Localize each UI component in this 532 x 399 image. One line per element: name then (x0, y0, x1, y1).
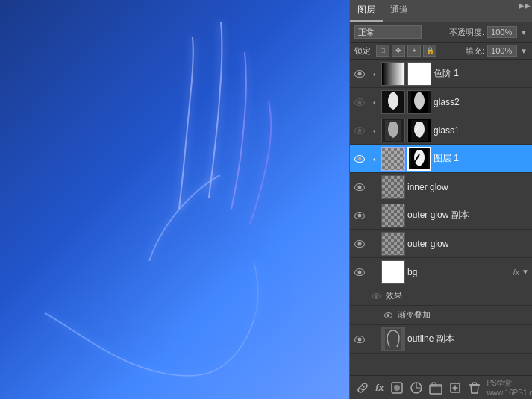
thumb-mask-glass1 (407, 119, 431, 142)
new-group-icon[interactable] (429, 380, 442, 396)
visibility-inner-glow[interactable] (353, 180, 366, 194)
lock-icons: □ ✥ + 🔒 (376, 45, 436, 57)
layer-name-outer-glow-copy: outer glow 副本 (407, 209, 529, 222)
blend-mode-select[interactable]: 正常 (354, 25, 422, 39)
thumb-outer-glow (381, 232, 405, 256)
opacity-label: 不透明度: (449, 27, 484, 38)
thumb-bg (381, 260, 405, 284)
layer-item-layer1[interactable]: ⬧ 图层 1 (350, 145, 532, 173)
thumb-mask-layer1 (407, 147, 431, 171)
opacity-arrow[interactable]: ▼ (520, 28, 528, 37)
visibility-glass2[interactable] (353, 95, 366, 109)
opacity-input[interactable] (487, 26, 517, 38)
watermark: PS学堂 www.16PS1.com (487, 378, 532, 397)
layer-item-glass1[interactable]: ⬧ glass1 (350, 116, 532, 145)
layer-item-outline-copy[interactable]: outline 副本 (350, 325, 532, 354)
layer-name-outline-copy: outline 副本 (407, 333, 529, 345)
thumb-layer1 (381, 147, 405, 171)
eye-icon-outer-glow-copy (354, 212, 365, 219)
layer-name-layer1: 图层 1 (434, 152, 529, 165)
layer-item-levels[interactable]: ⬧ 色阶 1 (350, 60, 532, 88)
mode-opacity-row: 正常 不透明度: ▼ (350, 22, 532, 43)
layer-item-glass2[interactable]: ⬧ glass2 (350, 88, 532, 116)
eye-icon-levels (354, 70, 365, 78)
eye-icon-glass2 (354, 98, 365, 106)
link-layers-icon[interactable] (356, 380, 369, 396)
add-fx-icon[interactable]: fx (375, 380, 384, 396)
layer-item-outer-glow[interactable]: outer glow (350, 230, 532, 258)
link-layer1[interactable]: ⬧ (369, 152, 379, 166)
visibility-outer-glow[interactable] (353, 237, 366, 251)
bottom-bar: fx (350, 375, 532, 399)
layer-name-inner-glow: inner glow (407, 182, 529, 192)
eye-icon-outer-glow (354, 240, 365, 248)
visibility-bg[interactable] (353, 266, 366, 279)
lock-pixels-btn[interactable]: ✥ (392, 45, 405, 57)
eye-icon-outline-copy (354, 336, 365, 343)
eye-icon-inner-glow (354, 183, 365, 191)
visibility-outline-copy[interactable] (353, 333, 366, 346)
lock-position-btn[interactable]: + (407, 45, 421, 57)
visibility-levels[interactable] (353, 67, 366, 81)
gradient-overlay-label: 渐变叠加 (398, 310, 431, 321)
visibility-effect-group[interactable] (371, 291, 381, 301)
layer-name-bg: bg (407, 267, 511, 277)
eye-icon-glass1 (354, 127, 365, 134)
fx-arrow[interactable]: ▼ (522, 268, 529, 276)
svg-rect-0 (0, 0, 349, 399)
link-levels[interactable]: ⬧ (369, 67, 379, 81)
thumb-glass1 (381, 119, 405, 142)
layer-name-levels: 色阶 1 (434, 67, 529, 80)
svg-point-1 (90, 231, 284, 351)
fx-badge-bg: fx (513, 268, 520, 277)
effect-gradient-overlay[interactable]: 渐变叠加 (350, 306, 532, 325)
lock-transparent-btn[interactable]: □ (376, 45, 389, 57)
tab-layers[interactable]: 图层 (350, 0, 383, 22)
effect-group-label: 效果 (386, 290, 402, 301)
layers-panel: 图层 通道 ▶▶ 正常 不透明度: ▼ 锁定: □ ✥ + 🔒 填充: ▼ (349, 0, 532, 399)
visibility-glass1[interactable] (353, 124, 366, 137)
svg-point-10 (394, 385, 400, 391)
add-mask-icon[interactable] (390, 380, 404, 396)
svg-rect-13 (432, 383, 436, 386)
visibility-gradient[interactable] (383, 310, 393, 321)
new-adjustment-icon[interactable] (410, 380, 423, 396)
effect-group-bg[interactable]: 效果 (350, 286, 532, 306)
link-glass1[interactable]: ⬧ (369, 124, 379, 137)
layer-item-bg[interactable]: bg fx ▼ (350, 258, 532, 286)
fill-arrow[interactable]: ▼ (520, 47, 528, 55)
layer-name-outer-glow: outer glow (407, 239, 529, 249)
lock-label: 锁定: (354, 45, 373, 57)
visibility-layer1[interactable] (353, 152, 366, 166)
link-glass2[interactable]: ⬧ (369, 95, 379, 109)
thumb-outline-copy (381, 327, 405, 351)
layer-name-glass2: glass2 (434, 97, 529, 107)
fill-input[interactable] (487, 45, 517, 57)
thumb-mask-glass2 (407, 90, 431, 114)
tab-channels[interactable]: 通道 (383, 0, 416, 22)
panel-header: 图层 通道 ▶▶ (350, 0, 532, 22)
eye-icon-gradient (384, 312, 392, 318)
new-layer-icon[interactable] (448, 380, 462, 396)
thumb-mask-levels (407, 62, 431, 86)
fill-label: 填充: (466, 45, 484, 57)
layer-item-outer-glow-copy[interactable]: outer glow 副本 (350, 201, 532, 230)
thumb-outer-glow-copy (381, 204, 405, 227)
canvas-area (0, 0, 349, 399)
layer-item-inner-glow[interactable]: inner glow (350, 173, 532, 201)
thumb-glass2 (381, 90, 405, 114)
layers-list: ⬧ 色阶 1 ⬧ glass2 (350, 60, 532, 375)
eye-icon-layer1 (354, 155, 365, 163)
eye-icon-effect-group (372, 293, 381, 299)
lock-fill-row: 锁定: □ ✥ + 🔒 填充: ▼ (350, 43, 532, 60)
thumb-inner-glow (381, 175, 405, 199)
lock-all-btn[interactable]: 🔒 (423, 45, 436, 57)
visibility-outer-glow-copy[interactable] (353, 209, 366, 222)
collapse-icon[interactable]: ▶▶ (519, 1, 531, 10)
delete-layer-icon[interactable] (468, 380, 481, 396)
thumb-levels (381, 62, 405, 86)
layer-name-glass1: glass1 (434, 125, 529, 136)
eye-icon-bg (354, 268, 365, 276)
